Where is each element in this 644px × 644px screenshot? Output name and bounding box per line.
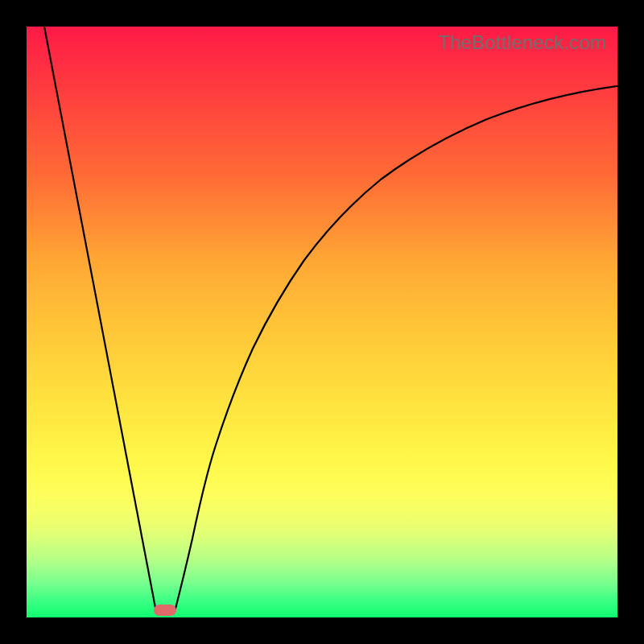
curve-right-segment [175, 86, 617, 612]
min-point-marker [154, 605, 176, 616]
curve-left-segment [44, 27, 156, 612]
plot-area: TheBottleneck.com [27, 27, 617, 617]
curve-layer [27, 27, 617, 617]
chart-frame: TheBottleneck.com [0, 0, 644, 644]
